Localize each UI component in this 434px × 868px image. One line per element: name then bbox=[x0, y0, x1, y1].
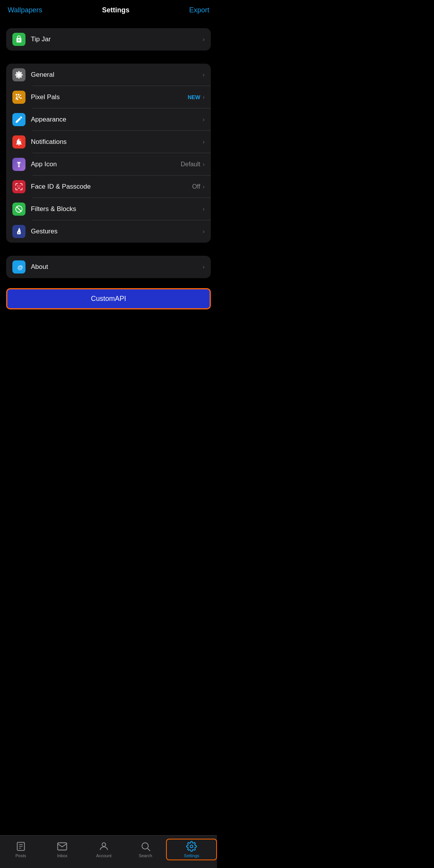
pixel-pals-icon bbox=[12, 91, 25, 104]
page-title: Settings bbox=[102, 6, 129, 14]
back-button[interactable]: Wallpapers bbox=[8, 6, 42, 14]
face-id-value: Off bbox=[192, 183, 200, 190]
app-icon-item[interactable]: App Icon Default › bbox=[6, 153, 211, 176]
about-icon: @ bbox=[12, 260, 25, 274]
filters-chevron: › bbox=[203, 206, 205, 213]
appearance-item[interactable]: Appearance › bbox=[6, 108, 211, 131]
gestures-icon bbox=[12, 225, 25, 238]
app-icon-label: App Icon bbox=[31, 160, 181, 168]
tip-jar-card: Tip Jar › bbox=[6, 28, 211, 51]
notifications-chevron: › bbox=[203, 138, 205, 145]
about-section: @ About › bbox=[0, 253, 217, 288]
export-button[interactable]: Export bbox=[189, 6, 209, 14]
pixel-pals-item[interactable]: Pixel Pals NEW › bbox=[6, 86, 211, 108]
svg-point-21 bbox=[19, 232, 20, 233]
face-id-icon bbox=[12, 180, 25, 193]
gestures-item[interactable]: Gestures › bbox=[6, 220, 211, 243]
pixel-pals-badge: NEW bbox=[188, 94, 200, 100]
face-id-label: Face ID & Passcode bbox=[31, 183, 192, 191]
header: Wallpapers Settings Export bbox=[0, 0, 217, 19]
filters-icon bbox=[12, 203, 25, 216]
general-icon bbox=[12, 68, 25, 81]
tip-jar-chevron: › bbox=[203, 36, 205, 43]
appearance-label: Appearance bbox=[31, 116, 203, 123]
about-chevron: › bbox=[203, 263, 205, 270]
tip-jar-item[interactable]: Tip Jar › bbox=[6, 28, 211, 51]
general-chevron: › bbox=[203, 71, 205, 78]
svg-rect-5 bbox=[17, 96, 18, 97]
gestures-label: Gestures bbox=[31, 228, 203, 235]
settings-section: General › Pixel Pals NEW › bbox=[0, 61, 217, 253]
svg-point-12 bbox=[18, 162, 20, 164]
custom-api-button[interactable]: CustomAPI bbox=[6, 288, 211, 309]
svg-rect-4 bbox=[20, 95, 21, 96]
about-item[interactable]: @ About › bbox=[6, 256, 211, 278]
filters-label: Filters & Blocks bbox=[31, 205, 203, 213]
about-card: @ About › bbox=[6, 256, 211, 278]
app-icon-chevron: › bbox=[203, 161, 205, 168]
tip-jar-section: Tip Jar › bbox=[0, 25, 217, 61]
appearance-icon bbox=[12, 113, 25, 126]
svg-point-14 bbox=[17, 162, 19, 164]
about-label: About bbox=[31, 263, 203, 271]
pixel-pals-chevron: › bbox=[203, 94, 205, 101]
tip-jar-icon bbox=[12, 33, 25, 46]
svg-rect-16 bbox=[18, 165, 20, 167]
notifications-label: Notifications bbox=[31, 138, 203, 146]
app-icon-value: Default bbox=[181, 161, 200, 168]
svg-rect-3 bbox=[18, 94, 19, 96]
general-item[interactable]: General › bbox=[6, 64, 211, 86]
svg-point-1 bbox=[18, 39, 20, 41]
tip-jar-label: Tip Jar bbox=[31, 35, 203, 43]
svg-point-17 bbox=[17, 186, 18, 186]
svg-point-18 bbox=[20, 186, 20, 186]
general-label: General bbox=[31, 71, 203, 79]
settings-card: General › Pixel Pals NEW › bbox=[6, 64, 211, 243]
svg-point-15 bbox=[20, 162, 21, 164]
svg-rect-6 bbox=[19, 96, 20, 98]
app-icon-icon bbox=[12, 158, 25, 171]
svg-rect-2 bbox=[16, 94, 17, 96]
pixel-pals-label: Pixel Pals bbox=[31, 93, 188, 101]
face-id-chevron: › bbox=[203, 183, 205, 190]
svg-rect-9 bbox=[17, 99, 18, 100]
svg-line-20 bbox=[17, 207, 22, 212]
custom-api-section: CustomAPI bbox=[0, 288, 217, 316]
appearance-chevron: › bbox=[203, 116, 205, 123]
face-id-item[interactable]: Face ID & Passcode Off › bbox=[6, 176, 211, 198]
svg-rect-13 bbox=[18, 164, 20, 165]
notifications-icon: ! bbox=[12, 135, 25, 149]
svg-text:@: @ bbox=[17, 264, 23, 270]
gestures-chevron: › bbox=[203, 228, 205, 235]
svg-rect-8 bbox=[20, 98, 22, 99]
filters-item[interactable]: Filters & Blocks › bbox=[6, 198, 211, 220]
notifications-item[interactable]: ! Notifications › bbox=[6, 131, 211, 153]
